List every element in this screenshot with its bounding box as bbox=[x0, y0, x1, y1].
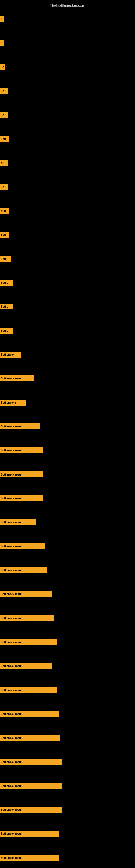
bar-row: Bottleneck result bbox=[0, 543, 135, 549]
bar-row: Bott bbox=[0, 208, 135, 214]
bar-label: Bottleneck result bbox=[0, 639, 57, 645]
bar-row: Bo bbox=[0, 160, 135, 166]
bar-label: Bottle bbox=[0, 280, 13, 286]
site-title: TheBottlenecker.com bbox=[0, 1, 135, 10]
bar-row: Bottleneck result bbox=[0, 471, 135, 477]
bar-row: Bottleneck result bbox=[0, 663, 135, 669]
bar-row: Bottleneck result bbox=[0, 424, 135, 429]
bar-row: Bottleneck result bbox=[0, 711, 135, 717]
bar-row: Bottl bbox=[0, 256, 135, 262]
bar-label: Bottleneck result bbox=[0, 543, 45, 549]
bar-row: Bo bbox=[0, 112, 135, 118]
bar-label: Bottl bbox=[0, 256, 11, 262]
bar-row: Bottleneck result bbox=[0, 447, 135, 453]
bar-row: Bottleneck result bbox=[0, 807, 135, 813]
bar-row: Bottleneck result bbox=[0, 591, 135, 597]
bar-label: Bottleneck result bbox=[0, 831, 59, 837]
bar-row: Bottle bbox=[0, 280, 135, 286]
bar-label: Bott bbox=[0, 231, 9, 238]
bar-label: Bottleneck bbox=[0, 351, 21, 358]
bar-row: Bott bbox=[0, 136, 135, 142]
bar-label: Bottle bbox=[0, 304, 13, 310]
bar-label: Bottleneck result bbox=[0, 735, 60, 741]
bar-label: Bottleneck resu bbox=[0, 375, 34, 381]
bar-row: Bottleneck result bbox=[0, 759, 135, 765]
bar-row: Bottleneck result bbox=[0, 735, 135, 741]
bar-label: Bottleneck result bbox=[0, 471, 43, 477]
bar-row: B bbox=[0, 16, 135, 22]
bar-label: Bo bbox=[0, 88, 8, 94]
bar-row: Bo bbox=[0, 184, 135, 190]
bar-row: Bo bbox=[0, 64, 135, 70]
bar-label: Bottleneck result bbox=[0, 663, 52, 669]
bar-label: B bbox=[0, 40, 4, 46]
bar-row: Bottle bbox=[0, 304, 135, 310]
bar-label: Bottleneck result bbox=[0, 424, 40, 429]
bar-row: Bottleneck result bbox=[0, 615, 135, 621]
bar-label: Bottleneck result bbox=[0, 591, 52, 597]
bar-label: Bottleneck result bbox=[0, 615, 54, 621]
bar-label: Bo bbox=[0, 184, 8, 190]
bar-row: Bottleneck bbox=[0, 351, 135, 358]
bar-row: Bo bbox=[0, 88, 135, 94]
bar-row: Bottleneck result bbox=[0, 495, 135, 501]
bar-label: Bottleneck result bbox=[0, 495, 43, 501]
bar-label: Bott bbox=[0, 136, 9, 142]
bar-label: Bott bbox=[0, 208, 9, 214]
bar-label: Bottleneck result bbox=[0, 447, 43, 453]
bar-label: Bottleneck resu bbox=[0, 519, 37, 525]
bar-row: Bottleneck result bbox=[0, 639, 135, 645]
bar-row: Bott bbox=[0, 231, 135, 238]
bar-row: Bottleneck r bbox=[0, 400, 135, 405]
bar-label: Bottleneck result bbox=[0, 711, 59, 717]
bar-row: Bottleneck result bbox=[0, 855, 135, 861]
bar-label: Bottleneck result bbox=[0, 783, 61, 789]
bar-label: B bbox=[0, 16, 4, 22]
bar-label: Bottleneck result bbox=[0, 855, 59, 861]
bar-row: Bottleneck result bbox=[0, 831, 135, 837]
bar-row: Bottleneck result bbox=[0, 687, 135, 693]
bar-label: Bottleneck result bbox=[0, 567, 47, 573]
bar-label: Bo bbox=[0, 112, 8, 118]
bar-label: Bo bbox=[0, 160, 8, 166]
bar-label: Bottleneck r bbox=[0, 400, 26, 405]
bar-label: Bottleneck result bbox=[0, 807, 61, 813]
bar-label: Bo bbox=[0, 64, 5, 70]
bar-label: Bottleneck result bbox=[0, 687, 57, 693]
bar-row: Bottle bbox=[0, 328, 135, 334]
bar-label: Bottle bbox=[0, 328, 13, 334]
bar-label: Bottleneck result bbox=[0, 759, 61, 765]
bar-row: Bottleneck result bbox=[0, 783, 135, 789]
bar-row: Bottleneck result bbox=[0, 567, 135, 573]
bar-row: Bottleneck resu bbox=[0, 519, 135, 525]
bar-row: Bottleneck resu bbox=[0, 375, 135, 381]
bar-row: B bbox=[0, 40, 135, 46]
